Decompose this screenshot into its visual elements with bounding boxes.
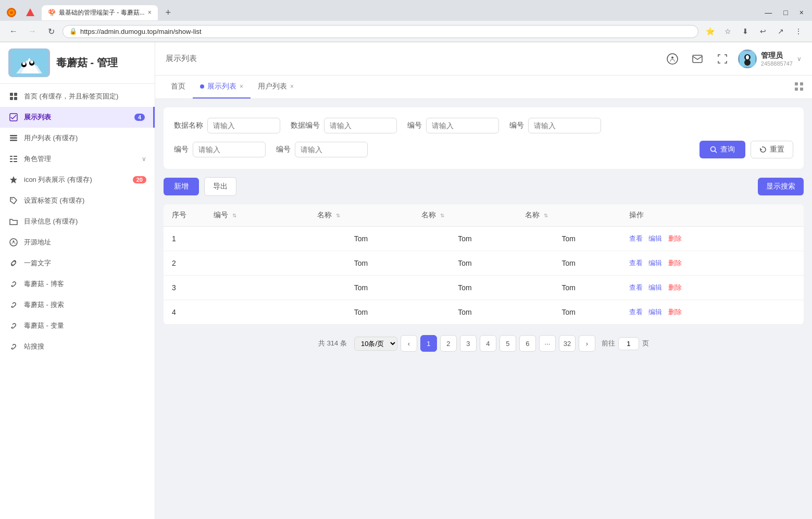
nav-back-button[interactable]: ←	[6, 24, 21, 39]
tab-show-list-close[interactable]: ×	[240, 83, 243, 90]
delete-button[interactable]: 删除	[668, 283, 682, 292]
github-icon	[8, 237, 19, 248]
input-code-1[interactable]	[426, 118, 499, 133]
jump-input[interactable]	[618, 337, 639, 350]
page-last-button[interactable]: 32	[559, 335, 576, 352]
browser-close-btn[interactable]: ×	[795, 6, 808, 19]
col-name3[interactable]: 名称 ⇅	[517, 204, 620, 227]
svg-point-29	[667, 54, 678, 64]
sidebar-item-article[interactable]: 一篇文字	[0, 253, 155, 274]
view-button[interactable]: 查看	[629, 234, 643, 243]
star-icon	[8, 175, 19, 185]
svg-point-34	[746, 55, 749, 59]
link-icon-4	[8, 320, 19, 331]
cell-name1: Tom	[309, 276, 413, 300]
svg-point-30	[671, 56, 673, 58]
tab-user-list-close[interactable]: ×	[290, 83, 294, 90]
sidebar-badge-show-list: 4	[134, 114, 145, 121]
prev-page-button[interactable]: ‹	[401, 335, 417, 352]
nav-refresh-button[interactable]: ↻	[44, 24, 58, 39]
sidebar-item-tag-page[interactable]: 设置标签页 (有缓存)	[0, 190, 155, 211]
sidebar-header: 毒蘑菇 - 管理	[0, 42, 155, 84]
input-data-code[interactable]	[324, 118, 397, 133]
tab-close-icon[interactable]: ×	[148, 9, 152, 16]
nav-download-btn[interactable]: ⬇	[738, 24, 753, 39]
input-code-3[interactable]	[193, 142, 266, 157]
svg-marker-3	[26, 8, 34, 16]
sidebar-item-crawler[interactable]: 站搜搜	[0, 336, 155, 357]
view-button[interactable]: 查看	[629, 258, 643, 268]
edit-button[interactable]: 编辑	[648, 258, 662, 268]
search-button[interactable]: 查询	[699, 141, 745, 158]
tab-user-list[interactable]: 用户列表 ×	[251, 76, 301, 98]
sidebar-item-role-mgmt[interactable]: 角色管理 ∨	[0, 149, 155, 169]
mail-header-button[interactable]	[688, 50, 707, 68]
label-code-4: 编号	[276, 145, 291, 154]
sidebar-item-open-source[interactable]: 开源地址	[0, 232, 155, 253]
nav-forward-button[interactable]: →	[25, 24, 40, 39]
page-title: 展示列表	[166, 54, 663, 64]
delete-button[interactable]: 删除	[668, 307, 682, 317]
view-button[interactable]: 查看	[629, 307, 643, 317]
tab-home[interactable]: 首页	[164, 76, 193, 98]
reset-button[interactable]: 重置	[751, 141, 793, 158]
table-row: 4 Tom Tom Tom 查看 编辑 删除	[164, 300, 804, 325]
svg-rect-36	[795, 82, 798, 85]
next-page-button[interactable]: ›	[579, 335, 595, 352]
col-name1[interactable]: 名称 ⇅	[309, 204, 413, 227]
edit-button[interactable]: 编辑	[648, 307, 662, 317]
add-button[interactable]: 新增	[164, 178, 199, 195]
page-5-button[interactable]: 5	[499, 335, 516, 352]
github-header-button[interactable]	[663, 50, 682, 68]
tab-show-list[interactable]: 展示列表 ×	[193, 76, 251, 98]
sidebar-item-dir-info[interactable]: 目录信息 (有缓存)	[0, 211, 155, 232]
page-size-select[interactable]: 10条/页	[354, 337, 397, 351]
sidebar-item-variable[interactable]: 毒蘑菇 - 变量	[0, 315, 155, 336]
show-search-button[interactable]: 显示搜索	[758, 178, 804, 195]
nav-sync-btn[interactable]: ↩	[756, 24, 770, 39]
sidebar-item-show-list[interactable]: 展示列表 4	[0, 107, 155, 128]
page-ellipsis-button[interactable]: ···	[539, 335, 556, 352]
sidebar-item-home[interactable]: 首页 (有缓存，并且标签页固定)	[0, 86, 155, 107]
user-profile[interactable]: 管理员 2458885747 ∨	[738, 50, 802, 68]
edit-button[interactable]: 编辑	[648, 234, 662, 243]
list-tree-icon	[8, 154, 19, 164]
sidebar-item-user-list[interactable]: 用户列表 (有缓存)	[0, 128, 155, 149]
input-data-name[interactable]	[207, 118, 280, 133]
address-bar[interactable]: 🔒 https://admin.dumogu.top/main/show-lis…	[63, 25, 698, 38]
tab-grid-toggle[interactable]	[794, 82, 804, 93]
nav-more-btn[interactable]: ⋮	[791, 24, 806, 39]
nav-star-btn[interactable]: ☆	[720, 24, 735, 39]
bookmark-btn[interactable]: ⭐	[703, 24, 717, 39]
edit-button[interactable]: 编辑	[648, 283, 662, 292]
fullscreen-header-button[interactable]	[713, 50, 732, 68]
dir-icon	[8, 216, 19, 227]
main-area: 展示列表	[155, 42, 812, 519]
col-name2[interactable]: 名称 ⇅	[413, 204, 517, 227]
jump-prefix: 前往	[602, 339, 615, 348]
sidebar-item-search-site[interactable]: 毒蘑菇 - 搜索	[0, 294, 155, 315]
active-browser-tab[interactable]: 🍄 最基础的管理端架子 - 毒蘑菇... ×	[42, 5, 158, 20]
page-4-button[interactable]: 4	[480, 335, 496, 352]
search-form: 数据名称 数据编号 编号 编号	[164, 107, 804, 169]
page-2-button[interactable]: 2	[440, 335, 457, 352]
delete-button[interactable]: 删除	[668, 258, 682, 268]
page-1-button[interactable]: 1	[420, 335, 437, 352]
new-tab-button[interactable]: +	[160, 4, 177, 21]
page-3-button[interactable]: 3	[460, 335, 477, 352]
input-code-4[interactable]	[295, 142, 368, 157]
col-code[interactable]: 编号 ⇅	[205, 204, 309, 227]
nav-share-btn[interactable]: ↗	[773, 24, 788, 39]
browser-maximize-btn[interactable]: □	[779, 6, 792, 19]
browser-minimize-btn[interactable]: —	[760, 6, 776, 19]
sidebar-item-user-list-label: 用户列表 (有缓存)	[24, 133, 146, 143]
view-button[interactable]: 查看	[629, 283, 643, 292]
export-button[interactable]: 导出	[204, 177, 236, 196]
sidebar-item-blog[interactable]: 毒蘑菇 - 博客	[0, 274, 155, 294]
page-6-button[interactable]: 6	[519, 335, 536, 352]
pagination-total: 共 314 条	[318, 339, 347, 348]
sort-icon-name2: ⇅	[440, 213, 444, 218]
input-code-2[interactable]	[528, 118, 601, 133]
delete-button[interactable]: 删除	[668, 234, 682, 243]
sidebar-item-icon-list[interactable]: icon 列表展示 (有缓存) 20	[0, 169, 155, 190]
